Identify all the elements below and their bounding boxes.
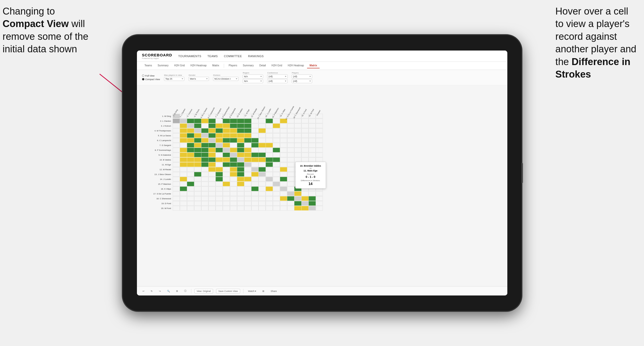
matrix-cell[interactable] (259, 148, 266, 152)
matrix-cell[interactable] (173, 167, 180, 172)
matrix-cell[interactable] (237, 162, 244, 167)
matrix-cell[interactable] (223, 172, 230, 177)
matrix-cell[interactable] (201, 177, 208, 181)
matrix-cell[interactable] (316, 201, 323, 206)
nav-rankings[interactable]: RANKINGS (248, 54, 264, 58)
matrix-cell[interactable] (223, 187, 230, 191)
matrix-cell[interactable] (301, 119, 309, 123)
matrix-cell[interactable] (208, 196, 216, 201)
matrix-cell[interactable] (273, 148, 280, 152)
matrix-cell[interactable] (273, 128, 280, 133)
matrix-cell[interactable] (216, 187, 223, 191)
matrix-cell[interactable] (316, 206, 323, 211)
tab-players[interactable]: Players (226, 63, 240, 68)
matrix-cell[interactable] (201, 187, 208, 191)
matrix-cell[interactable] (223, 201, 230, 206)
matrix-cell[interactable] (266, 191, 273, 196)
matrix-cell[interactable] (273, 138, 280, 143)
matrix-cell[interactable] (208, 119, 216, 123)
matrix-cell[interactable] (280, 206, 287, 211)
gender-select[interactable]: Men's (189, 77, 209, 81)
matrix-cell[interactable] (187, 119, 194, 123)
matrix-cell[interactable] (316, 148, 323, 152)
matrix-cell[interactable] (237, 201, 244, 206)
matrix-cell[interactable] (237, 153, 244, 157)
matrix-cell[interactable] (301, 196, 309, 201)
watch-button[interactable]: Watch ▾ (247, 289, 258, 293)
matrix-cell[interactable] (316, 128, 323, 133)
matrix-cell[interactable] (280, 148, 287, 152)
matrix-cell[interactable] (294, 148, 301, 152)
matrix-cell[interactable] (173, 196, 180, 201)
matrix-cell[interactable] (301, 123, 309, 128)
matrix-cell[interactable] (273, 119, 280, 123)
matrix-cell[interactable] (244, 177, 251, 181)
matrix-cell[interactable] (187, 182, 194, 186)
matrix-cell[interactable] (208, 201, 216, 206)
matrix-cell[interactable] (251, 157, 259, 162)
matrix-cell[interactable] (237, 191, 244, 196)
matrix-cell[interactable] (223, 148, 230, 152)
matrix-cell[interactable] (187, 123, 194, 128)
tab-h2h-heatmap1[interactable]: H2H Heatmap (188, 63, 209, 68)
tab-matrix1[interactable]: Matrix (210, 63, 222, 68)
matrix-cell[interactable] (208, 172, 216, 177)
matrix-cell[interactable] (194, 143, 201, 147)
matrix-cell[interactable] (230, 138, 237, 143)
matrix-cell[interactable] (208, 162, 216, 167)
matrix-cell[interactable] (294, 119, 301, 123)
matrix-cell[interactable] (251, 172, 259, 177)
matrix-cell[interactable] (294, 201, 301, 206)
matrix-cell[interactable] (287, 128, 294, 133)
matrix-cell[interactable] (180, 167, 187, 172)
players-select1[interactable]: (All) (292, 75, 312, 79)
matrix-cell[interactable] (180, 133, 187, 138)
matrix-cell[interactable] (309, 123, 316, 128)
matrix-cell[interactable] (244, 191, 251, 196)
matrix-cell[interactable] (230, 153, 237, 157)
matrix-cell[interactable] (180, 162, 187, 167)
matrix-cell[interactable] (180, 187, 187, 191)
matrix-cell[interactable] (309, 133, 316, 138)
matrix-cell[interactable] (230, 187, 237, 191)
matrix-cell[interactable] (194, 206, 201, 211)
matrix-cell[interactable] (187, 206, 194, 211)
matrix-cell[interactable] (194, 157, 201, 162)
matrix-cell[interactable] (180, 143, 187, 147)
matrix-cell[interactable] (309, 191, 316, 196)
matrix-cell[interactable] (230, 119, 237, 123)
matrix-cell[interactable] (244, 133, 251, 138)
matrix-cell[interactable] (223, 182, 230, 186)
matrix-cell[interactable] (266, 157, 273, 162)
matrix-cell[interactable] (237, 123, 244, 128)
matrix-cell[interactable] (244, 206, 251, 211)
matrix-cell[interactable] (301, 143, 309, 147)
matrix-cell[interactable] (173, 138, 180, 143)
matrix-cell[interactable] (273, 201, 280, 206)
matrix-cell[interactable] (259, 153, 266, 157)
matrix-cell[interactable] (287, 182, 294, 186)
matrix-cell[interactable] (208, 167, 216, 172)
matrix-cell[interactable] (201, 196, 208, 201)
matrix-cell[interactable] (187, 148, 194, 152)
matrix-cell[interactable] (230, 167, 237, 172)
matrix-cell[interactable] (173, 187, 180, 191)
matrix-cell[interactable] (208, 143, 216, 147)
matrix-cell[interactable] (237, 143, 244, 147)
redo-button2[interactable]: ↪ (157, 289, 162, 293)
matrix-cell[interactable] (230, 128, 237, 133)
matrix-cell[interactable] (309, 206, 316, 211)
matrix-cell[interactable] (230, 162, 237, 167)
matrix-cell[interactable] (194, 182, 201, 186)
matrix-cell[interactable] (280, 138, 287, 143)
matrix-cell[interactable] (173, 119, 180, 123)
matrix-cell[interactable] (216, 119, 223, 123)
matrix-cell[interactable] (280, 191, 287, 196)
matrix-cell[interactable] (223, 143, 230, 147)
matrix-cell[interactable] (309, 153, 316, 157)
matrix-cell[interactable] (216, 196, 223, 201)
matrix-cell[interactable] (244, 153, 251, 157)
matrix-cell[interactable] (216, 143, 223, 147)
matrix-cell[interactable] (259, 133, 266, 138)
matrix-cell[interactable] (287, 143, 294, 147)
